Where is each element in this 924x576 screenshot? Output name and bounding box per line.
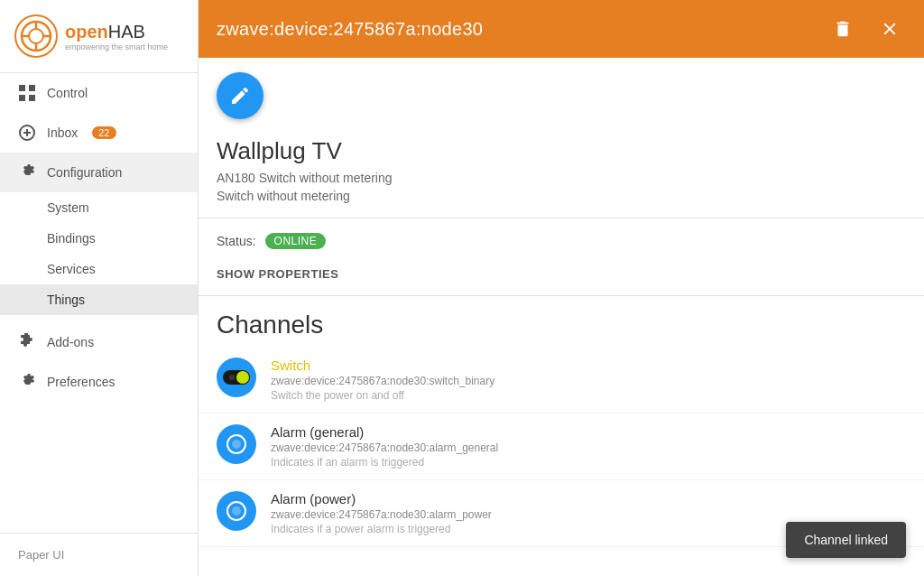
svg-point-1 [29, 29, 43, 43]
sidebar-item-control[interactable]: Control [0, 73, 198, 113]
gear-small-icon [18, 373, 36, 391]
channel-item-alarm-general: Alarm (general) zwave:device:2475867a:no… [199, 413, 924, 480]
channel-item-switch: Switch zwave:device:2475867a:node30:swit… [199, 347, 924, 413]
sidebar-item-preferences[interactable]: Preferences [0, 362, 198, 402]
channel-icon-switch [217, 358, 256, 397]
svg-rect-7 [29, 85, 35, 91]
channel-name-switch: Switch [271, 358, 906, 373]
gear-icon [18, 163, 36, 181]
channel-desc-switch: Switch the power on and off [271, 389, 906, 402]
svg-rect-6 [19, 85, 25, 91]
grid-icon [18, 84, 36, 102]
thing-uid: zwave:device:2475867a:node30 [217, 19, 483, 40]
header-actions [827, 13, 906, 45]
show-properties-button[interactable]: SHOW PROPERTIES [199, 264, 924, 295]
status-row: Status: ONLINE [199, 218, 924, 264]
logo: openHAB empowering the smart home [0, 0, 198, 73]
thing-type: AN180 Switch without metering [199, 169, 924, 187]
svg-point-14 [236, 371, 249, 384]
channel-icon-alarm-general [217, 424, 256, 464]
status-label: Status: [217, 234, 256, 248]
sidebar-item-inbox[interactable]: Inbox 22 [0, 113, 198, 153]
svg-point-15 [229, 375, 235, 380]
logo-name: openHAB [65, 22, 168, 42]
channel-name-alarm-general: Alarm (general) [271, 424, 906, 440]
detail-header: zwave:device:2475867a:node30 [199, 0, 924, 58]
svg-point-19 [232, 506, 241, 516]
main-content: zwave:device:2475867a:node30 Wallplug TV… [199, 0, 924, 576]
thing-name: Wallplug TV [199, 134, 924, 169]
channel-uid-switch: zwave:device:2475867a:node30:switch_bina… [271, 375, 906, 387]
channel-info-alarm-general: Alarm (general) zwave:device:2475867a:no… [271, 424, 906, 469]
svg-rect-9 [29, 95, 35, 101]
channel-desc-alarm-general: Indicates if an alarm is triggered [271, 456, 906, 469]
thing-desc: Switch without metering [199, 187, 924, 218]
channel-uid-alarm-general: zwave:device:2475867a:node30:alarm_gener… [271, 441, 906, 454]
channel-info-switch: Switch zwave:device:2475867a:node30:swit… [271, 358, 906, 402]
logo-subtitle: empowering the smart home [65, 42, 168, 51]
sidebar-item-services[interactable]: Services [0, 254, 198, 284]
sidebar-item-things[interactable]: Things [0, 284, 198, 315]
detail-body: Wallplug TV AN180 Switch without meterin… [199, 58, 924, 576]
toast-notification: Channel linked [786, 522, 906, 558]
status-badge: ONLINE [265, 233, 327, 249]
puzzle-icon [18, 333, 36, 351]
sidebar-footer[interactable]: Paper UI [0, 533, 198, 576]
sidebar-item-configuration[interactable]: Configuration [0, 153, 198, 192]
svg-point-17 [232, 440, 241, 449]
svg-rect-8 [19, 95, 25, 101]
channel-uid-alarm-power: zwave:device:2475867a:node30:alarm_power [271, 508, 906, 521]
edit-fab-button[interactable] [217, 72, 263, 119]
sidebar-item-system[interactable]: System [0, 192, 198, 223]
sidebar: openHAB empowering the smart home Contro… [0, 0, 199, 576]
sidebar-item-addons[interactable]: Add-ons [0, 322, 198, 362]
channel-icon-alarm-power [217, 491, 256, 531]
close-button[interactable] [873, 13, 906, 45]
channels-title: Channels [199, 296, 924, 347]
sidebar-item-bindings[interactable]: Bindings [0, 223, 198, 254]
inbox-badge: 22 [92, 126, 116, 139]
plus-circle-icon [18, 124, 36, 142]
delete-button[interactable] [827, 13, 859, 45]
logo-icon [14, 14, 58, 58]
channel-name-alarm-power: Alarm (power) [271, 491, 906, 506]
